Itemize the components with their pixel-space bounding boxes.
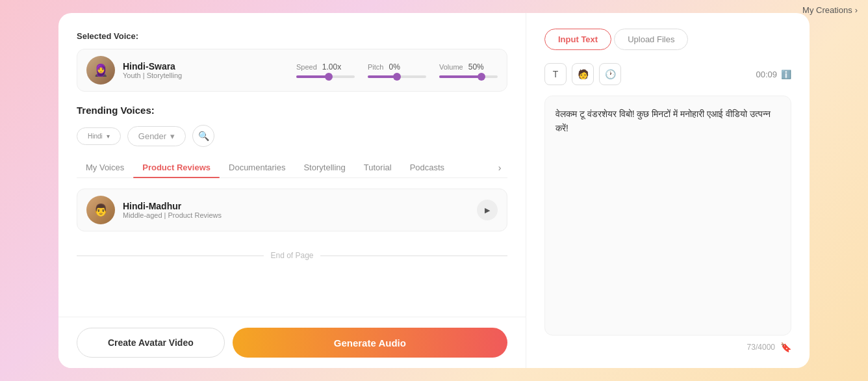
left-panel: Selected Voice: 🧕 Hindi-Swara Youth | St… bbox=[58, 13, 526, 368]
input-text-tab[interactable]: Input Text bbox=[544, 29, 611, 50]
language-chevron: ▾ bbox=[107, 133, 110, 140]
end-of-page-label: End of Page bbox=[270, 251, 313, 260]
tab-storytelling[interactable]: Storytelling bbox=[294, 157, 354, 177]
gender-value: Gender bbox=[138, 131, 166, 141]
play-button[interactable]: ▶ bbox=[477, 200, 498, 220]
trending-label: Trending Voices: bbox=[77, 105, 507, 116]
tab-documentaries[interactable]: Documentaries bbox=[220, 157, 294, 177]
speed-control: Speed 1.00x bbox=[296, 62, 355, 78]
gender-chevron: ▾ bbox=[170, 131, 175, 141]
search-button[interactable]: 🔍 bbox=[192, 125, 214, 147]
volume-thumb bbox=[478, 73, 485, 81]
input-text-content: वेलकम टू वंडरशेयर विबो! कुछ मिनटों में म… bbox=[555, 109, 771, 133]
my-creations-arrow: › bbox=[855, 5, 858, 15]
tab-storytelling-label: Storytelling bbox=[303, 163, 345, 172]
info-icon: ℹ️ bbox=[781, 70, 791, 79]
tabs-next-arrow[interactable]: › bbox=[492, 160, 507, 176]
filter-row: Hindi ▾ Gender ▾ 🔍 bbox=[77, 125, 507, 147]
volume-control: Volume 50% bbox=[439, 62, 498, 78]
volume-label: Volume bbox=[439, 63, 463, 71]
voice-list-subtitle: Middle-aged | Product Reviews bbox=[123, 211, 469, 219]
tab-podcasts-label: Podcasts bbox=[410, 163, 444, 172]
my-creations-label: My Creations bbox=[802, 5, 852, 15]
tab-tutorial-label: Tutorial bbox=[364, 163, 392, 172]
volume-fill bbox=[439, 75, 481, 78]
create-avatar-button[interactable]: Create Avatar Video bbox=[77, 328, 225, 358]
tab-documentaries-label: Documentaries bbox=[229, 163, 285, 172]
voice-list-avatar: 👨 bbox=[86, 196, 115, 224]
pitch-value: 0% bbox=[389, 62, 400, 72]
text-format-icon[interactable]: T bbox=[544, 63, 567, 85]
gender-filter[interactable]: Gender ▾ bbox=[127, 126, 186, 146]
voice-avatar: 🧕 bbox=[86, 56, 115, 85]
language-filter[interactable]: Hindi ▾ bbox=[77, 127, 121, 145]
voice-list-name: Hindi-Madhur bbox=[123, 201, 469, 211]
pitch-row: Pitch 0% bbox=[368, 62, 400, 72]
timestamp-display: 00:09 ℹ️ bbox=[756, 70, 791, 79]
speed-fill bbox=[296, 75, 329, 78]
selected-voice-label: Selected Voice: bbox=[77, 31, 507, 41]
voice-name: Hindi-Swara bbox=[123, 61, 182, 72]
bookmark-icon[interactable]: 🔖 bbox=[780, 342, 791, 352]
language-value: Hindi bbox=[88, 133, 103, 140]
speed-thumb bbox=[325, 73, 333, 81]
voice-subtitle: Youth | Storytelling bbox=[123, 72, 182, 79]
text-t-icon: T bbox=[553, 69, 559, 79]
bottom-actions: Create Avatar Video Generate Audio bbox=[58, 317, 526, 368]
tab-product-reviews[interactable]: Product Reviews bbox=[133, 157, 220, 177]
tab-tutorial[interactable]: Tutorial bbox=[355, 157, 401, 177]
voice-category-tabs: My Voices Product Reviews Documentaries … bbox=[77, 157, 507, 178]
char-count: 73/4000 bbox=[747, 343, 775, 352]
volume-slider[interactable] bbox=[439, 75, 498, 78]
tab-my-voices-label: My Voices bbox=[86, 163, 124, 172]
end-of-page: End of Page bbox=[77, 251, 507, 260]
person-icon[interactable]: 🧑 bbox=[572, 63, 594, 85]
voice-list-info: Hindi-Madhur Middle-aged | Product Revie… bbox=[123, 201, 469, 219]
right-panel: Input Text Upload Files T 🧑 🕐 00:09 ℹ️ व… bbox=[526, 13, 810, 368]
generate-audio-button[interactable]: Generate Audio bbox=[233, 328, 507, 358]
search-icon: 🔍 bbox=[198, 131, 209, 141]
tab-product-reviews-label: Product Reviews bbox=[142, 163, 211, 172]
voice-list-item[interactable]: 👨 Hindi-Madhur Middle-aged | Product Rev… bbox=[77, 189, 507, 231]
selected-voice-card[interactable]: 🧕 Hindi-Swara Youth | Storytelling Speed… bbox=[77, 49, 507, 92]
my-creations-link[interactable]: My Creations › bbox=[802, 5, 858, 15]
speed-row: Speed 1.00x bbox=[296, 62, 341, 72]
voice-controls: Speed 1.00x Pitch 0% bbox=[190, 62, 498, 78]
timestamp-value: 00:09 bbox=[756, 70, 777, 79]
voice-info: Hindi-Swara Youth | Storytelling bbox=[123, 61, 182, 79]
volume-row: Volume 50% bbox=[439, 62, 484, 72]
pitch-thumb bbox=[393, 73, 401, 81]
avatar-image: 🧕 bbox=[86, 56, 115, 85]
pitch-slider[interactable] bbox=[368, 75, 426, 78]
time-icon: 🕐 bbox=[605, 69, 616, 79]
text-input-area[interactable]: वेलकम टू वंडरशेयर विबो! कुछ मिनटों में म… bbox=[544, 96, 791, 335]
volume-value: 50% bbox=[468, 62, 484, 72]
pitch-control: Pitch 0% bbox=[368, 62, 426, 78]
speed-value: 1.00x bbox=[322, 62, 341, 72]
upload-files-tab[interactable]: Upload Files bbox=[614, 29, 688, 50]
tab-podcasts[interactable]: Podcasts bbox=[401, 157, 453, 177]
speed-label: Speed bbox=[296, 63, 317, 71]
tab-my-voices[interactable]: My Voices bbox=[77, 157, 133, 177]
pitch-label: Pitch bbox=[368, 63, 383, 71]
input-tabs: Input Text Upload Files bbox=[544, 29, 791, 50]
char-count-row: 73/4000 🔖 bbox=[544, 342, 791, 352]
avatar-icon: 🧑 bbox=[578, 69, 589, 79]
speed-slider[interactable] bbox=[296, 75, 355, 78]
text-toolbar: T 🧑 🕐 00:09 ℹ️ bbox=[544, 63, 791, 85]
clock-icon[interactable]: 🕐 bbox=[599, 63, 621, 85]
main-card: Selected Voice: 🧕 Hindi-Swara Youth | St… bbox=[58, 13, 810, 368]
